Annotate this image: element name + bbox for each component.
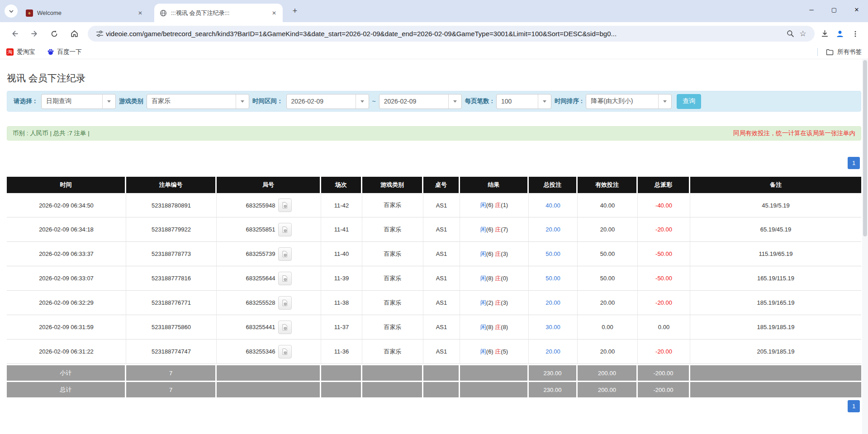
- banker-result-label: 庄: [495, 299, 501, 306]
- cell-valid-bet: 40.00: [578, 193, 638, 217]
- summary-bar: 币别 : 人民币 | 总共 :7 注单 | 同局有效投注，统一计算在该局第一张注…: [7, 126, 861, 141]
- tab-search-button[interactable]: [5, 5, 18, 18]
- cell-session: 11-37: [321, 315, 362, 340]
- tab-close-icon[interactable]: ✕: [136, 9, 144, 17]
- cell-payout: -50.00: [638, 266, 690, 291]
- cell-round-number: 683255739: [217, 242, 321, 266]
- per-page-select[interactable]: 100: [496, 94, 551, 109]
- cell-table-number: AS1: [423, 193, 460, 217]
- all-bookmarks-label: 所有书签: [837, 48, 862, 56]
- cell-total-bet-link[interactable]: 20.00: [529, 291, 578, 315]
- profile-button[interactable]: [834, 28, 846, 40]
- forward-button[interactable]: [27, 26, 42, 42]
- dropdown-arrow-icon[interactable]: [538, 94, 551, 108]
- cell-total-bet-link[interactable]: 50.00: [529, 242, 578, 266]
- dropdown-arrow-icon[interactable]: [448, 94, 461, 108]
- banker-result-score: (3): [501, 250, 508, 257]
- download-icon: [821, 29, 829, 38]
- cell-bet-number: 523188774747: [126, 340, 217, 364]
- video-replay-button[interactable]: [278, 247, 292, 261]
- subtotal-payout: -200.00: [638, 364, 690, 381]
- banker-result-label: 庄: [495, 324, 501, 330]
- back-button[interactable]: [7, 26, 22, 42]
- tab-welcome[interactable]: ♠ Welcome ✕: [20, 4, 149, 22]
- date-start-input[interactable]: 2026-02-09: [286, 94, 369, 109]
- sort-select[interactable]: 降幂(由大到小): [586, 94, 672, 109]
- home-button[interactable]: [66, 26, 82, 42]
- cell-note: 165.19/115.19: [690, 266, 861, 291]
- page-1-button[interactable]: 1: [848, 400, 860, 412]
- date-range-label: 时间区间：: [252, 97, 283, 105]
- video-replay-button[interactable]: [278, 198, 292, 212]
- cell-payout: -20.00: [638, 217, 690, 242]
- cell-note: 115.19/65.19: [690, 242, 861, 266]
- kebab-menu-icon: [852, 30, 859, 38]
- new-tab-button[interactable]: +: [289, 5, 301, 17]
- tab-betrecord[interactable]: :::视讯 会员下注纪录::: ✕: [154, 4, 283, 22]
- cell-round-number: 683255948: [217, 193, 321, 217]
- dropdown-arrow-icon[interactable]: [102, 94, 115, 108]
- column-header: 注单编号: [126, 177, 217, 193]
- dropdown-arrow-icon[interactable]: [236, 94, 249, 108]
- toolbar-right-icons: [818, 28, 862, 40]
- close-window-button[interactable]: ✕: [845, 0, 868, 19]
- reload-button[interactable]: [47, 26, 62, 42]
- cell-payout: 0.00: [638, 315, 690, 340]
- cell-time: 2026-02-09 06:31:22: [7, 340, 126, 364]
- cell-result: 闲(6) 庄(7): [460, 217, 529, 242]
- query-type-select[interactable]: 日期查询: [41, 94, 116, 109]
- cell-session: 11-41: [321, 217, 362, 242]
- cell-game-kind: 百家乐: [362, 242, 423, 266]
- cell-total-bet-link[interactable]: 50.00: [529, 266, 578, 291]
- cell-table-number: AS1: [423, 242, 460, 266]
- cell-note: 65.19/45.19: [690, 217, 861, 242]
- video-replay-button[interactable]: [278, 345, 292, 359]
- column-header: 结果: [460, 177, 529, 193]
- url-text[interactable]: videoie.com/game/betrecord_search/kind3?…: [106, 30, 784, 38]
- downloads-button[interactable]: [818, 28, 831, 40]
- video-replay-button[interactable]: [278, 272, 292, 285]
- total-row: 总计 7 230.00 200.00 -200.00: [7, 381, 861, 397]
- cell-payout: -50.00: [638, 242, 690, 266]
- cell-total-bet-link[interactable]: 20.00: [529, 217, 578, 242]
- page-scrollbar[interactable]: [862, 59, 868, 434]
- round-number-text: 683255739: [246, 250, 275, 257]
- zoom-button[interactable]: [784, 28, 797, 40]
- cell-result: 闲(6) 庄(5): [460, 340, 529, 364]
- subtotal-total-bet: 230.00: [529, 364, 578, 381]
- cell-valid-bet: 0.00: [578, 315, 638, 340]
- minimize-button[interactable]: ─: [800, 0, 823, 19]
- cell-bet-number: 523188775860: [126, 315, 217, 340]
- bookmark-aitaobao[interactable]: 淘 爱淘宝: [6, 48, 35, 56]
- bookmark-baidu[interactable]: 百度一下: [47, 48, 82, 56]
- cell-round-number: 683255441: [217, 315, 321, 340]
- bet-records-table: 时间注单编号局号场次游戏类别桌号结果总投注有效投注总派彩备注 2026-02-0…: [7, 177, 861, 397]
- video-replay-button[interactable]: [278, 296, 292, 310]
- magnifier-icon: [787, 30, 794, 38]
- cell-total-bet-link[interactable]: 30.00: [529, 315, 578, 340]
- dropdown-arrow-icon[interactable]: [658, 94, 671, 108]
- valid-bet-notice-text: 同局有效投注，统一计算在该局第一张注单内: [733, 129, 855, 137]
- cell-total-bet-link[interactable]: 20.00: [529, 340, 578, 364]
- date-end-input[interactable]: 2026-02-09: [379, 94, 462, 109]
- all-bookmarks-button[interactable]: 所有书签: [817, 48, 862, 56]
- game-kind-select[interactable]: 百家乐: [147, 94, 249, 109]
- dropdown-arrow-icon[interactable]: [356, 94, 369, 108]
- site-settings-button[interactable]: [93, 28, 106, 40]
- omnibox[interactable]: videoie.com/game/betrecord_search/kind3?…: [88, 26, 815, 42]
- maximize-button[interactable]: ▢: [823, 0, 845, 19]
- cell-time: 2026-02-09 06:33:37: [7, 242, 126, 266]
- menu-button[interactable]: [849, 28, 862, 40]
- scrollbar-thumb[interactable]: [863, 60, 867, 236]
- tab-title: Welcome: [37, 9, 136, 16]
- search-button[interactable]: 查询: [677, 94, 701, 109]
- video-clip-icon: [281, 202, 289, 209]
- taobao-icon: 淘: [6, 48, 14, 56]
- table-row: 2026-02-09 06:31:59 523188775860 6832554…: [7, 315, 861, 340]
- page-1-button[interactable]: 1: [848, 157, 860, 169]
- bookmark-star-button[interactable]: ☆: [797, 28, 809, 40]
- video-replay-button[interactable]: [278, 321, 292, 334]
- tab-close-icon[interactable]: ✕: [270, 9, 278, 17]
- cell-total-bet-link[interactable]: 40.00: [529, 193, 578, 217]
- video-replay-button[interactable]: [278, 223, 292, 236]
